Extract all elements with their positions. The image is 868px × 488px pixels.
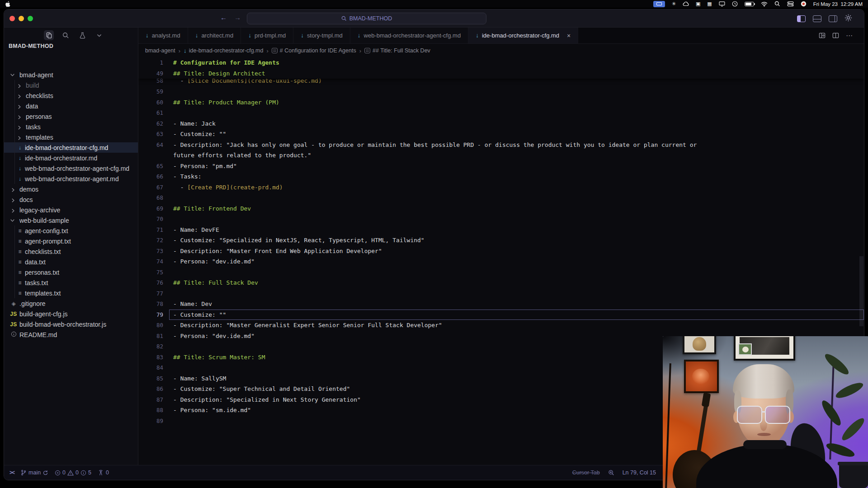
tree-item-docs[interactable]: docs [4,194,138,205]
time-machine-icon[interactable] [732,1,738,7]
simulator-icon[interactable]: ▦ [707,1,712,7]
tree-item-web-build-sample[interactable]: web-build-sample [4,215,138,225]
ai-assistant-icon[interactable]: ✳ [672,1,676,7]
shortcuts-icon[interactable]: ▣ [696,1,700,7]
breadcrumb-item[interactable]: # Configuration for IDE Agents [272,47,356,54]
apple-menu-icon[interactable] [5,1,10,7]
search-icon[interactable] [61,30,71,40]
navigate-back-icon[interactable]: ← [220,14,227,21]
code-line[interactable]: 74- Persona: "dev.ide.md" [138,256,864,267]
open-changes-icon[interactable] [819,32,826,39]
code-line[interactable]: 68 [138,192,864,203]
code-line[interactable]: 80- Description: "Master Generalist Expe… [138,320,864,331]
copy-icon[interactable] [44,30,54,40]
tree-item-web-bmad-orchestrator-agent-cfg-md[interactable]: ↓web-bmad-orchestrator-agent-cfg.md [4,163,138,174]
ports-indicator[interactable]: 0 [98,469,109,476]
tree-item-ide-bmad-orchestrator-cfg-md[interactable]: ↓ide-bmad-orchestrator-cfg.md [4,142,138,153]
code-line[interactable]: 65- Persona: "pm.md" [138,161,864,172]
tree-item-build-bmad-web-orchestrator-js[interactable]: JSbuild-bmad-web-orchestrator.js [4,319,138,329]
tree-item-agent-config-txt[interactable]: ≡agent-config.txt [4,225,138,236]
tree-item-readme-md[interactable]: README.md [4,329,138,340]
cursor-position[interactable]: Ln 79, Col 15 [623,469,656,476]
code-line[interactable]: 71- Name: DevFE [138,225,864,235]
problems-indicator[interactable]: 0 0 5 [55,469,91,476]
tree-item-tasks-txt[interactable]: ≡tasks.txt [4,277,138,288]
tab-architect-md[interactable]: ↓architect.md [188,28,241,43]
toggle-secondary-sidebar-icon[interactable] [829,15,837,22]
code-line[interactable]: 76## Title: Full Stack Dev [138,277,864,288]
tree-item-web-bmad-orchestrator-agent-md[interactable]: ↓web-bmad-orchestrator-agent.md [4,174,138,184]
code-line[interactable]: 64- Description: "Jack has only one goal… [138,140,864,150]
control-center-icon[interactable] [787,1,794,6]
code-line[interactable]: 78- Name: Dev [138,299,864,310]
zoom-icon[interactable] [608,469,614,476]
code-line[interactable]: 77 [138,288,864,299]
more-actions-icon[interactable]: ⋯ [846,32,853,40]
tree-item-templates-txt[interactable]: ≡templates.txt [4,288,138,298]
remote-indicator[interactable]: >< [9,469,14,476]
creative-cloud-icon[interactable] [683,1,689,7]
code-line[interactable]: future efforts related to the product." [138,150,864,161]
code-line[interactable]: 69## Title: Frontend Dev [138,203,864,214]
tree-item-build[interactable]: build [4,80,138,90]
tree-item-data[interactable]: data [4,101,138,111]
display-icon[interactable] [719,1,725,7]
tree-item-legacy-archive[interactable]: legacy-archive [4,205,138,215]
code-line[interactable]: 72- Customize: "Specialized in NextJS, R… [138,235,864,246]
tree-item-checklists[interactable]: checklists [4,90,138,101]
toggle-panel-icon[interactable] [813,15,821,22]
code-line[interactable]: 67 - [Create PRD](create-prd.md) [138,182,864,193]
tree-item-data-txt[interactable]: ≡data.txt [4,257,138,267]
tab-analyst-md[interactable]: ↓analyst.md [138,28,188,43]
breadcrumb-item[interactable]: ↓ide-bmad-orchestrator-cfg.md [184,47,263,54]
code-line[interactable]: 49## Title: Design Architect [138,68,864,79]
tree-item--gitignore[interactable]: ◈.gitignore [4,298,138,309]
menu-clock[interactable]: Fri May 23 12:29 AM [813,1,863,7]
beaker-icon[interactable] [77,30,87,40]
split-editor-icon[interactable] [832,32,839,39]
tree-item-checklists-txt[interactable]: ≡checklists.txt [4,246,138,257]
tree-item-demos[interactable]: demos [4,184,138,194]
code-line[interactable]: 1# Configuration for IDE Agents [138,57,864,68]
cursor-tab-toggle[interactable]: Cursor Tab [572,469,600,476]
code-line[interactable]: 73- Description: "Master Front End Web A… [138,246,864,257]
tab-story-tmpl-md[interactable]: ↓story-tmpl.md [293,28,350,43]
recorder-icon[interactable] [801,1,807,7]
tab-prd-tmpl-md[interactable]: ↓prd-tmpl.md [241,28,293,43]
breadcrumb-item[interactable]: ## Title: Full Stack Dev [364,47,430,54]
toggle-primary-sidebar-icon[interactable] [797,15,806,22]
git-branch-indicator[interactable]: main [20,469,48,476]
editor-scrollbar[interactable] [859,256,863,326]
screen-mirroring-icon[interactable] [653,1,665,7]
zoom-window-button[interactable] [28,16,33,21]
code-line[interactable]: 59 [138,86,864,97]
command-center-search[interactable]: BMAD-METHOD [247,13,486,24]
code-line[interactable]: 61 [138,108,864,118]
tree-item-agent-prompt-txt[interactable]: ≡agent-prompt.txt [4,236,138,246]
tree-item-personas[interactable]: personas [4,111,138,122]
code-line[interactable]: 70 [138,214,864,225]
code-line[interactable]: 58 - [Slice Documents](create-uxui-spec.… [138,79,864,86]
tree-item-build-agent-cfg-js[interactable]: JSbuild-agent-cfg.js [4,309,138,319]
settings-gear-icon[interactable] [844,14,852,23]
close-window-button[interactable] [9,16,15,21]
breadcrumb-item[interactable]: bmad-agent [145,47,175,54]
tab-web-bmad-orchestrator-agent-cfg-md[interactable]: ↓web-bmad-orchestrator-agent-cfg.md [350,28,468,43]
code-line[interactable]: 63- Customize: "" [138,129,864,140]
spotlight-icon[interactable] [774,1,780,7]
code-line[interactable]: 75 [138,267,864,278]
tree-item-ide-bmad-orchestrator-md[interactable]: ↓ide-bmad-orchestrator.md [4,153,138,163]
tree-item-personas-txt[interactable]: ≡personas.txt [4,267,138,277]
tree-item-templates[interactable]: templates [4,132,138,142]
code-line[interactable]: 60## Title: Product Manager (PM) [138,97,864,108]
current-line[interactable]: 79- Customize: "" [138,310,864,320]
tree-item-bmad-agent[interactable]: bmad-agent [4,70,138,80]
explorer-root-title[interactable]: BMAD-METHOD [4,43,138,52]
wifi-icon[interactable] [761,1,768,7]
close-tab-icon[interactable]: × [567,32,571,39]
navigate-forward-icon[interactable]: → [234,14,241,21]
tree-item-tasks[interactable]: tasks [4,122,138,132]
minimize-window-button[interactable] [19,16,24,21]
code-line[interactable]: 66- Tasks: [138,171,864,182]
battery-icon[interactable] [745,2,754,6]
